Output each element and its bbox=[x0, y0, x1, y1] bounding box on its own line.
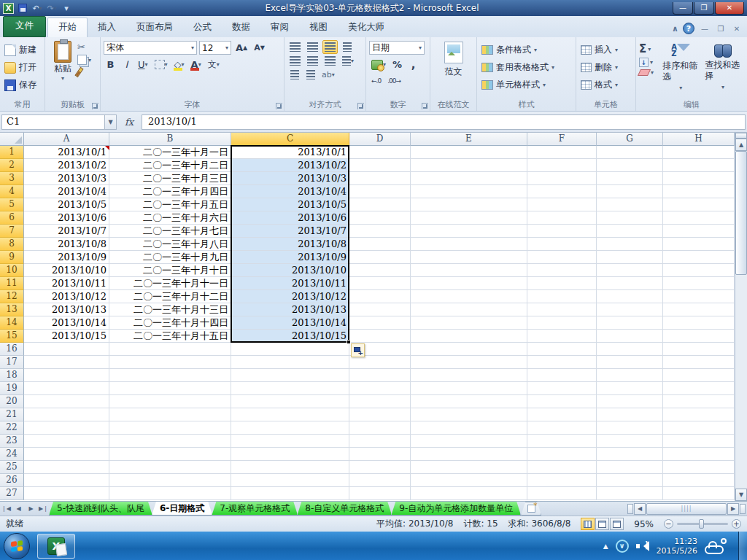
cell-G14[interactable] bbox=[597, 316, 663, 330]
align-bottom-button[interactable] bbox=[322, 40, 338, 54]
cell-G21[interactable] bbox=[597, 408, 663, 421]
cell-F9[interactable] bbox=[527, 251, 597, 264]
cell-H12[interactable] bbox=[663, 290, 735, 303]
row-header-12[interactable]: 12 bbox=[0, 290, 24, 303]
horizontal-scroll-thumb[interactable]: |||| bbox=[646, 503, 727, 515]
cell-F6[interactable] bbox=[527, 211, 597, 225]
cell-styles-button[interactable]: 单元格样式▾ bbox=[480, 77, 573, 93]
cell-B25[interactable] bbox=[109, 461, 231, 474]
cell-F13[interactable] bbox=[527, 303, 597, 316]
align-center-button[interactable] bbox=[305, 54, 320, 68]
row-header-2[interactable]: 2 bbox=[0, 159, 24, 172]
row-header-4[interactable]: 4 bbox=[0, 185, 24, 198]
cell-H11[interactable] bbox=[663, 277, 735, 290]
cell-A17[interactable] bbox=[24, 356, 109, 369]
cell-F4[interactable] bbox=[527, 185, 597, 198]
cell-A21[interactable] bbox=[24, 408, 109, 421]
row-header-17[interactable]: 17 bbox=[0, 356, 24, 369]
scroll-up-button[interactable]: ▲ bbox=[735, 139, 747, 151]
cell-D8[interactable] bbox=[349, 238, 411, 251]
sheet-tab-9[interactable]: 9-自动为单元格添加数量单位 bbox=[391, 502, 521, 516]
cell-D14[interactable] bbox=[349, 316, 411, 330]
tab-view[interactable]: 视图 bbox=[299, 18, 338, 37]
cell-A15[interactable]: 2013/10/15 bbox=[24, 330, 109, 343]
decrease-decimal-button[interactable]: .00→ bbox=[385, 74, 403, 88]
open-button[interactable]: 打开 bbox=[3, 60, 42, 75]
merge-center-button[interactable]: ▾ bbox=[340, 54, 356, 68]
paste-button[interactable]: 粘贴▾ bbox=[48, 39, 77, 99]
volume-icon[interactable]: ) bbox=[636, 540, 649, 552]
cell-C8[interactable]: 2013/10/8 bbox=[231, 238, 349, 251]
cell-B24[interactable] bbox=[109, 448, 231, 461]
alignment-dialog-launcher-icon[interactable] bbox=[357, 103, 364, 109]
zoom-out-button[interactable]: − bbox=[664, 519, 673, 529]
cell-A2[interactable]: 2013/10/2 bbox=[24, 159, 109, 172]
cell-H3[interactable] bbox=[663, 172, 735, 185]
cell-C21[interactable] bbox=[231, 408, 349, 421]
cell-B4[interactable]: 二〇一三年十月四日 bbox=[109, 185, 231, 198]
cell-F5[interactable] bbox=[527, 198, 597, 211]
cell-F3[interactable] bbox=[527, 172, 597, 185]
cell-H21[interactable] bbox=[663, 408, 735, 421]
redo-button[interactable]: ↷▾ bbox=[46, 2, 58, 14]
column-header-D[interactable]: D bbox=[349, 133, 411, 146]
row-header-19[interactable]: 19 bbox=[0, 382, 24, 395]
number-dialog-launcher-icon[interactable] bbox=[422, 103, 428, 109]
cell-G9[interactable] bbox=[597, 251, 663, 264]
cell-H8[interactable] bbox=[663, 238, 735, 251]
cell-F11[interactable] bbox=[527, 277, 597, 290]
column-header-A[interactable]: A bbox=[24, 133, 109, 146]
cell-H14[interactable] bbox=[663, 316, 735, 330]
cell-H23[interactable] bbox=[663, 435, 735, 448]
cell-D25[interactable] bbox=[349, 461, 411, 474]
cut-button[interactable]: ✂ bbox=[77, 42, 91, 52]
decrease-indent-button[interactable] bbox=[287, 68, 301, 82]
cell-G19[interactable] bbox=[597, 382, 663, 395]
copy-button[interactable]: ▾ bbox=[77, 55, 91, 65]
cell-G16[interactable] bbox=[597, 343, 663, 356]
cell-F23[interactable] bbox=[527, 435, 597, 448]
cell-E14[interactable] bbox=[411, 316, 527, 330]
cell-H1[interactable] bbox=[663, 146, 735, 159]
cell-F19[interactable] bbox=[527, 382, 597, 395]
cell-H27[interactable] bbox=[663, 487, 735, 500]
cell-D12[interactable] bbox=[349, 290, 411, 303]
cell-F7[interactable] bbox=[527, 225, 597, 238]
cell-C14[interactable]: 2013/10/14 bbox=[231, 316, 349, 330]
comma-style-button[interactable]: , bbox=[406, 58, 420, 71]
cell-F2[interactable] bbox=[527, 159, 597, 172]
cell-E10[interactable] bbox=[411, 264, 527, 277]
cell-C4[interactable]: 2013/10/4 bbox=[231, 185, 349, 198]
cell-C6[interactable]: 2013/10/6 bbox=[231, 211, 349, 225]
cell-C9[interactable]: 2013/10/9 bbox=[231, 251, 349, 264]
cell-H4[interactable] bbox=[663, 185, 735, 198]
cell-B9[interactable]: 二〇一三年十月九日 bbox=[109, 251, 231, 264]
row-header-10[interactable]: 10 bbox=[0, 264, 24, 277]
cell-D20[interactable] bbox=[349, 395, 411, 408]
cell-F24[interactable] bbox=[527, 448, 597, 461]
cell-F27[interactable] bbox=[527, 487, 597, 500]
cell-F15[interactable] bbox=[527, 330, 597, 343]
zoom-level[interactable]: 95% bbox=[634, 519, 654, 529]
cell-D26[interactable] bbox=[349, 474, 411, 487]
cell-E23[interactable] bbox=[411, 435, 527, 448]
row-header-5[interactable]: 5 bbox=[0, 198, 24, 211]
column-header-G[interactable]: G bbox=[597, 133, 663, 146]
cell-E27[interactable] bbox=[411, 487, 527, 500]
cell-B14[interactable]: 二〇一三年十月十四日 bbox=[109, 316, 231, 330]
cell-D4[interactable] bbox=[349, 185, 411, 198]
vertical-scroll-thumb[interactable] bbox=[735, 151, 747, 275]
cell-G13[interactable] bbox=[597, 303, 663, 316]
sheet-tab-8[interactable]: 8-自定义单元格格式 bbox=[297, 502, 392, 516]
percent-style-button[interactable]: % bbox=[390, 58, 404, 71]
cell-F10[interactable] bbox=[527, 264, 597, 277]
cell-A11[interactable]: 2013/10/11 bbox=[24, 277, 109, 290]
cell-H16[interactable] bbox=[663, 343, 735, 356]
border-button[interactable]: ▾ bbox=[152, 58, 170, 71]
cell-C23[interactable] bbox=[231, 435, 349, 448]
help-icon[interactable]: ? bbox=[683, 23, 694, 34]
row-header-22[interactable]: 22 bbox=[0, 421, 24, 435]
cell-G22[interactable] bbox=[597, 421, 663, 435]
cell-C18[interactable] bbox=[231, 369, 349, 382]
cell-B2[interactable]: 二〇一三年十月二日 bbox=[109, 159, 231, 172]
